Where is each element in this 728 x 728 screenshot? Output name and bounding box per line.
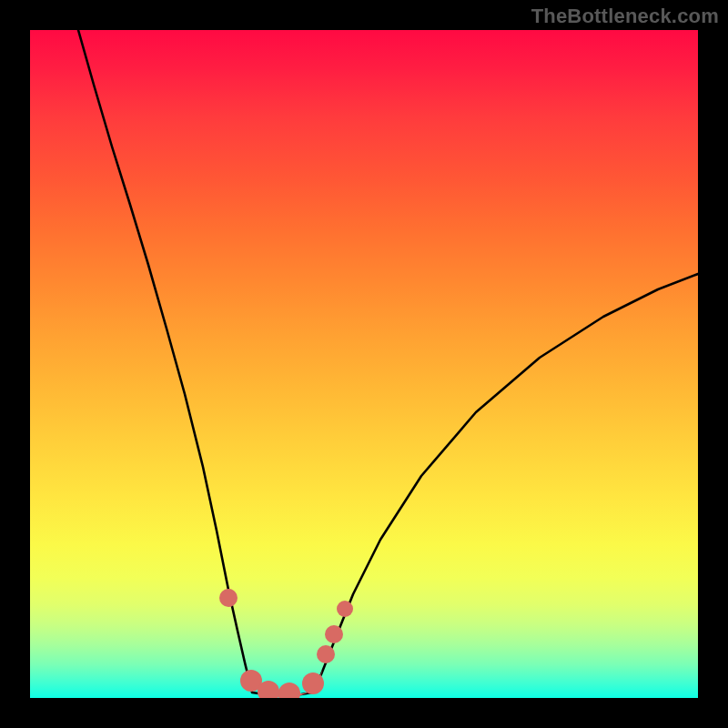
curve-svg [30, 30, 698, 698]
plot-area [30, 30, 698, 698]
bead-marker [278, 682, 300, 698]
bead-marker [337, 601, 353, 617]
curve-group [78, 30, 698, 695]
bottleneck-curve [78, 30, 698, 695]
watermark-text: TheBottleneck.com [531, 5, 719, 28]
bead-marker [325, 625, 343, 643]
bead-marker [317, 645, 335, 663]
bead-marker [219, 589, 238, 607]
bead-marker [302, 672, 324, 694]
chart-frame: TheBottleneck.com [0, 0, 728, 728]
